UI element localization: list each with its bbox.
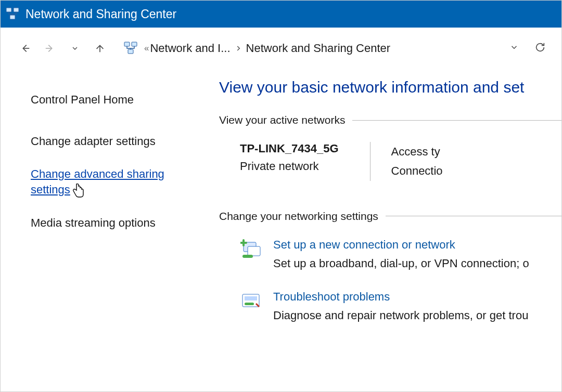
svg-rect-2	[10, 15, 15, 19]
svg-rect-1	[14, 8, 19, 12]
breadcrumb-parent[interactable]: Network and I...	[150, 42, 230, 55]
window-title: Network and Sharing Center	[25, 7, 176, 21]
svg-rect-7	[248, 246, 260, 256]
address-dropdown-button[interactable]	[509, 43, 519, 55]
chevron-right-icon[interactable]	[235, 43, 242, 55]
breadcrumb-separator: «	[144, 43, 149, 54]
sidebar-item-media-streaming[interactable]: Media streaming options	[31, 215, 203, 231]
up-button[interactable]	[90, 38, 110, 58]
back-button[interactable]	[15, 38, 35, 58]
svg-rect-10	[245, 296, 257, 300]
divider	[352, 120, 561, 121]
divider	[370, 142, 371, 181]
setup-connection-desc: Set up a broadband, dial-up, or VPN conn…	[273, 257, 529, 270]
troubleshoot-desc: Diagnose and repair network problems, or…	[273, 309, 528, 322]
nav-row: « Network and I... Network and Sharing C…	[1, 28, 561, 69]
network-type: Private network	[240, 160, 339, 173]
new-connection-icon	[240, 238, 264, 270]
svg-rect-8	[242, 255, 253, 258]
main-panel: View your basic network information and …	[219, 69, 561, 391]
network-center-icon	[123, 42, 138, 55]
refresh-button[interactable]	[534, 42, 546, 56]
page-title: View your basic network information and …	[219, 79, 561, 96]
content-area: Control Panel Home Change adapter settin…	[1, 69, 561, 391]
troubleshoot-link[interactable]: Troubleshoot problems	[273, 290, 528, 304]
breadcrumb-current[interactable]: Network and Sharing Center	[246, 42, 391, 55]
troubleshoot-item: Troubleshoot problems Diagnose and repai…	[219, 290, 561, 322]
sidebar-item-advanced-sharing[interactable]: Change advanced sharing settings	[31, 166, 203, 197]
sidebar: Control Panel Home Change adapter settin…	[1, 69, 219, 391]
svg-rect-4	[132, 42, 137, 46]
active-network-row: TP-LINK_7434_5G Private network Access t…	[219, 142, 561, 181]
svg-rect-11	[245, 303, 254, 305]
forward-button[interactable]	[40, 38, 60, 58]
recent-locations-button[interactable]	[65, 38, 85, 58]
svg-rect-3	[124, 42, 130, 46]
divider	[386, 216, 561, 216]
address-bar[interactable]: « Network and I... Network and Sharing C…	[123, 36, 550, 61]
access-type-label: Access ty	[391, 142, 443, 161]
change-settings-heading: Change your networking settings	[219, 210, 561, 223]
setup-connection-item: Set up a new connection or network Set u…	[219, 238, 561, 270]
network-center-icon	[6, 7, 19, 21]
title-bar: Network and Sharing Center	[1, 1, 561, 28]
connection-label: Connectio	[391, 161, 443, 180]
setup-connection-link[interactable]: Set up a new connection or network	[273, 238, 529, 252]
cursor-icon	[72, 183, 86, 203]
troubleshoot-icon	[240, 290, 264, 322]
svg-rect-0	[6, 8, 11, 12]
active-networks-heading: View your active networks	[219, 114, 561, 126]
sidebar-item-label: Change advanced sharing settings	[31, 167, 164, 196]
network-name: TP-LINK_7434_5G	[240, 142, 339, 155]
control-panel-home-link[interactable]: Control Panel Home	[31, 92, 203, 108]
sidebar-item-adapter-settings[interactable]: Change adapter settings	[31, 134, 203, 149]
svg-rect-5	[128, 49, 133, 54]
